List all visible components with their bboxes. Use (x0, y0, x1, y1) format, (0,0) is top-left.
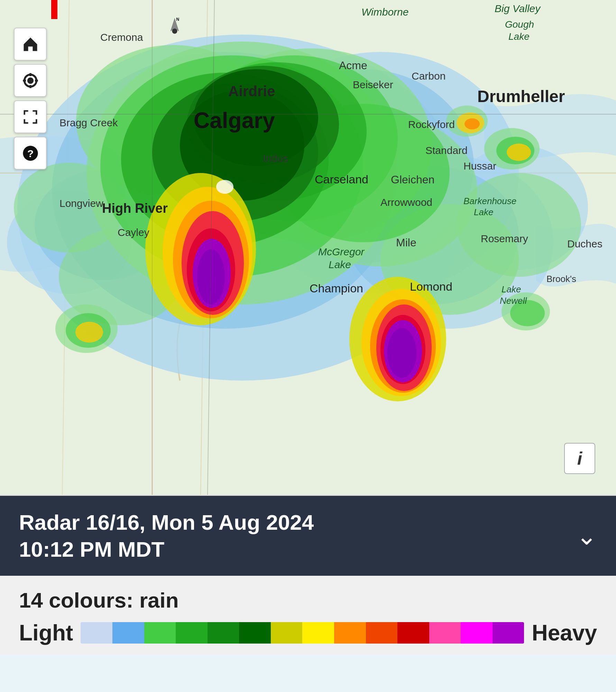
color-scale-row: Light Heavy (19, 620, 597, 646)
svg-text:Beiseker: Beiseker (353, 79, 393, 90)
radar-title-line1: Radar 16/16, Mon 5 Aug 2024 (19, 509, 314, 536)
svg-text:N: N (176, 17, 180, 22)
color-swatch-0 (81, 622, 112, 644)
color-swatch-9 (366, 622, 398, 644)
red-bar (51, 0, 57, 19)
svg-point-57 (75, 322, 103, 343)
svg-text:Big Valley: Big Valley (495, 3, 541, 14)
color-swatch-4 (208, 622, 239, 644)
color-swatch-3 (176, 622, 208, 644)
info-button[interactable]: i (564, 443, 595, 474)
svg-text:Lake: Lake (502, 284, 521, 294)
svg-text:Bragg Creek: Bragg Creek (59, 117, 118, 128)
svg-point-103 (172, 29, 177, 34)
color-swatch-1 (112, 622, 144, 644)
scale-light-label: Light (19, 620, 73, 646)
color-swatch-6 (271, 622, 303, 644)
radar-title-line2: 10:12 PM MDT (19, 536, 314, 563)
color-swatch-7 (302, 622, 334, 644)
svg-text:Acme: Acme (339, 59, 367, 72)
svg-text:Arrowwood: Arrowwood (380, 197, 432, 208)
svg-point-54 (465, 118, 480, 129)
svg-point-49 (507, 144, 531, 161)
svg-text:Cayley: Cayley (118, 227, 149, 238)
svg-point-45 (387, 328, 416, 378)
svg-point-22 (457, 173, 581, 277)
compass-rose: N (159, 16, 190, 47)
svg-text:Drumheller: Drumheller (477, 87, 565, 106)
svg-text:?: ? (27, 147, 34, 159)
help-button[interactable]: ? (14, 137, 47, 170)
svg-text:Lake: Lake (329, 259, 351, 270)
svg-text:Barkenhouse: Barkenhouse (463, 196, 516, 206)
color-swatch-8 (334, 622, 366, 644)
svg-text:Carseland: Carseland (315, 173, 368, 186)
color-bar (81, 622, 524, 644)
colors-label: 14 colours: rain (19, 588, 597, 612)
crosshair-button[interactable] (14, 64, 47, 97)
svg-text:Longview: Longview (59, 198, 103, 209)
svg-text:Gleichen: Gleichen (391, 173, 434, 186)
svg-text:Gough: Gough (505, 19, 534, 30)
color-swatch-5 (239, 622, 271, 644)
expand-button[interactable] (14, 100, 47, 133)
svg-text:Duches: Duches (567, 238, 603, 249)
svg-text:Lake: Lake (474, 207, 493, 217)
svg-text:Calgary: Calgary (194, 108, 275, 133)
svg-text:High River: High River (102, 201, 168, 216)
svg-point-46 (216, 180, 233, 194)
radar-title: Radar 16/16, Mon 5 Aug 2024 10:12 PM MDT (19, 509, 314, 563)
map-container[interactable]: Wimborne Big Valley Gough Lake Cremona A… (0, 0, 616, 495)
color-swatch-12 (461, 622, 493, 644)
info-icon: i (577, 448, 582, 469)
svg-text:Cremona: Cremona (100, 31, 143, 43)
svg-text:Airdrie: Airdrie (228, 83, 275, 99)
svg-text:Indus: Indus (263, 153, 288, 164)
svg-text:Lomond: Lomond (410, 280, 452, 293)
svg-text:Lake: Lake (508, 31, 530, 42)
svg-text:Carbon: Carbon (412, 70, 445, 82)
svg-text:Hussar: Hussar (463, 160, 496, 172)
svg-point-94 (28, 78, 33, 83)
scale-heavy-label: Heavy (532, 620, 597, 646)
expand-panel-button[interactable]: ⌄ (576, 521, 597, 550)
bottom-panel: Radar 16/16, Mon 5 Aug 2024 10:12 PM MDT… (0, 495, 616, 654)
color-swatch-2 (144, 622, 176, 644)
svg-text:Rockyford: Rockyford (408, 119, 455, 130)
map-controls: ? (14, 28, 47, 170)
radar-header: Radar 16/16, Mon 5 Aug 2024 10:12 PM MDT… (0, 496, 616, 576)
svg-text:Brook's: Brook's (546, 274, 576, 284)
svg-text:Champion: Champion (310, 282, 363, 295)
svg-text:Mile: Mile (396, 236, 416, 249)
color-swatch-10 (397, 622, 429, 644)
svg-text:Newell: Newell (500, 295, 527, 306)
svg-text:Rosemary: Rosemary (481, 233, 528, 244)
svg-text:Wimborne: Wimborne (361, 6, 408, 18)
home-button[interactable] (14, 28, 47, 61)
svg-text:Standard: Standard (425, 145, 468, 156)
colors-section: 14 colours: rain Light Heavy (0, 576, 616, 654)
svg-text:McGregor: McGregor (318, 246, 365, 257)
color-swatch-13 (493, 622, 524, 644)
color-swatch-11 (429, 622, 461, 644)
